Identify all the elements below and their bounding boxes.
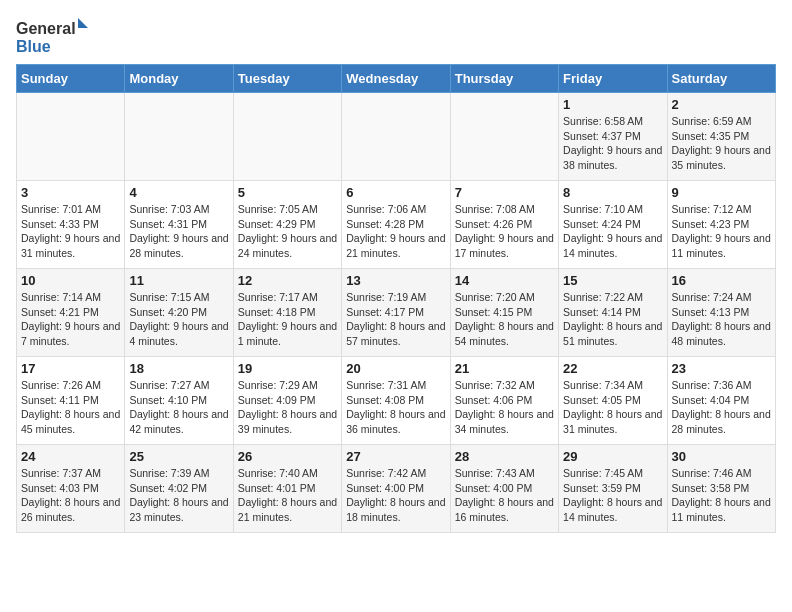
day-info: Sunrise: 7:26 AM Sunset: 4:11 PM Dayligh… <box>21 378 120 437</box>
day-number: 27 <box>346 449 445 464</box>
calendar-cell: 21Sunrise: 7:32 AM Sunset: 4:06 PM Dayli… <box>450 357 558 445</box>
day-number: 10 <box>21 273 120 288</box>
day-number: 3 <box>21 185 120 200</box>
day-info: Sunrise: 7:24 AM Sunset: 4:13 PM Dayligh… <box>672 290 771 349</box>
day-number: 5 <box>238 185 337 200</box>
day-number: 24 <box>21 449 120 464</box>
day-number: 9 <box>672 185 771 200</box>
day-info: Sunrise: 7:29 AM Sunset: 4:09 PM Dayligh… <box>238 378 337 437</box>
day-number: 4 <box>129 185 228 200</box>
calendar-cell: 25Sunrise: 7:39 AM Sunset: 4:02 PM Dayli… <box>125 445 233 533</box>
week-row-2: 10Sunrise: 7:14 AM Sunset: 4:21 PM Dayli… <box>17 269 776 357</box>
logo-svg: GeneralBlue <box>16 16 96 56</box>
calendar-cell: 11Sunrise: 7:15 AM Sunset: 4:20 PM Dayli… <box>125 269 233 357</box>
calendar-header-row: SundayMondayTuesdayWednesdayThursdayFrid… <box>17 65 776 93</box>
day-info: Sunrise: 7:32 AM Sunset: 4:06 PM Dayligh… <box>455 378 554 437</box>
calendar-cell <box>342 93 450 181</box>
calendar-cell: 29Sunrise: 7:45 AM Sunset: 3:59 PM Dayli… <box>559 445 667 533</box>
svg-marker-2 <box>78 18 88 28</box>
day-number: 30 <box>672 449 771 464</box>
day-info: Sunrise: 7:19 AM Sunset: 4:17 PM Dayligh… <box>346 290 445 349</box>
calendar-cell: 7Sunrise: 7:08 AM Sunset: 4:26 PM Daylig… <box>450 181 558 269</box>
week-row-3: 17Sunrise: 7:26 AM Sunset: 4:11 PM Dayli… <box>17 357 776 445</box>
calendar-cell: 15Sunrise: 7:22 AM Sunset: 4:14 PM Dayli… <box>559 269 667 357</box>
day-info: Sunrise: 7:06 AM Sunset: 4:28 PM Dayligh… <box>346 202 445 261</box>
day-number: 13 <box>346 273 445 288</box>
day-number: 16 <box>672 273 771 288</box>
day-info: Sunrise: 7:37 AM Sunset: 4:03 PM Dayligh… <box>21 466 120 525</box>
calendar-cell <box>17 93 125 181</box>
day-number: 18 <box>129 361 228 376</box>
day-info: Sunrise: 7:42 AM Sunset: 4:00 PM Dayligh… <box>346 466 445 525</box>
day-info: Sunrise: 7:03 AM Sunset: 4:31 PM Dayligh… <box>129 202 228 261</box>
day-header-thursday: Thursday <box>450 65 558 93</box>
day-info: Sunrise: 7:22 AM Sunset: 4:14 PM Dayligh… <box>563 290 662 349</box>
day-header-wednesday: Wednesday <box>342 65 450 93</box>
calendar-cell: 24Sunrise: 7:37 AM Sunset: 4:03 PM Dayli… <box>17 445 125 533</box>
svg-text:General: General <box>16 20 76 37</box>
day-info: Sunrise: 7:10 AM Sunset: 4:24 PM Dayligh… <box>563 202 662 261</box>
calendar-cell <box>233 93 341 181</box>
logo: GeneralBlue <box>16 16 96 56</box>
day-header-sunday: Sunday <box>17 65 125 93</box>
day-info: Sunrise: 7:05 AM Sunset: 4:29 PM Dayligh… <box>238 202 337 261</box>
day-info: Sunrise: 7:34 AM Sunset: 4:05 PM Dayligh… <box>563 378 662 437</box>
calendar-cell: 14Sunrise: 7:20 AM Sunset: 4:15 PM Dayli… <box>450 269 558 357</box>
calendar-cell: 16Sunrise: 7:24 AM Sunset: 4:13 PM Dayli… <box>667 269 775 357</box>
calendar-cell: 23Sunrise: 7:36 AM Sunset: 4:04 PM Dayli… <box>667 357 775 445</box>
day-info: Sunrise: 7:12 AM Sunset: 4:23 PM Dayligh… <box>672 202 771 261</box>
day-number: 7 <box>455 185 554 200</box>
day-info: Sunrise: 7:39 AM Sunset: 4:02 PM Dayligh… <box>129 466 228 525</box>
day-number: 23 <box>672 361 771 376</box>
calendar-cell: 4Sunrise: 7:03 AM Sunset: 4:31 PM Daylig… <box>125 181 233 269</box>
day-info: Sunrise: 6:58 AM Sunset: 4:37 PM Dayligh… <box>563 114 662 173</box>
calendar-cell: 17Sunrise: 7:26 AM Sunset: 4:11 PM Dayli… <box>17 357 125 445</box>
calendar-cell: 6Sunrise: 7:06 AM Sunset: 4:28 PM Daylig… <box>342 181 450 269</box>
day-header-friday: Friday <box>559 65 667 93</box>
day-number: 25 <box>129 449 228 464</box>
day-number: 12 <box>238 273 337 288</box>
day-info: Sunrise: 7:17 AM Sunset: 4:18 PM Dayligh… <box>238 290 337 349</box>
day-number: 29 <box>563 449 662 464</box>
calendar-cell <box>125 93 233 181</box>
week-row-1: 3Sunrise: 7:01 AM Sunset: 4:33 PM Daylig… <box>17 181 776 269</box>
calendar-cell: 13Sunrise: 7:19 AM Sunset: 4:17 PM Dayli… <box>342 269 450 357</box>
day-number: 15 <box>563 273 662 288</box>
header: GeneralBlue <box>16 16 776 56</box>
day-info: Sunrise: 7:01 AM Sunset: 4:33 PM Dayligh… <box>21 202 120 261</box>
day-number: 2 <box>672 97 771 112</box>
day-number: 8 <box>563 185 662 200</box>
day-info: Sunrise: 7:36 AM Sunset: 4:04 PM Dayligh… <box>672 378 771 437</box>
calendar-cell: 8Sunrise: 7:10 AM Sunset: 4:24 PM Daylig… <box>559 181 667 269</box>
calendar-cell: 1Sunrise: 6:58 AM Sunset: 4:37 PM Daylig… <box>559 93 667 181</box>
day-info: Sunrise: 7:45 AM Sunset: 3:59 PM Dayligh… <box>563 466 662 525</box>
day-info: Sunrise: 7:31 AM Sunset: 4:08 PM Dayligh… <box>346 378 445 437</box>
day-number: 22 <box>563 361 662 376</box>
calendar-cell: 27Sunrise: 7:42 AM Sunset: 4:00 PM Dayli… <box>342 445 450 533</box>
day-info: Sunrise: 6:59 AM Sunset: 4:35 PM Dayligh… <box>672 114 771 173</box>
day-number: 20 <box>346 361 445 376</box>
week-row-0: 1Sunrise: 6:58 AM Sunset: 4:37 PM Daylig… <box>17 93 776 181</box>
calendar-cell: 9Sunrise: 7:12 AM Sunset: 4:23 PM Daylig… <box>667 181 775 269</box>
day-number: 26 <box>238 449 337 464</box>
calendar-cell <box>450 93 558 181</box>
day-number: 1 <box>563 97 662 112</box>
calendar-cell: 3Sunrise: 7:01 AM Sunset: 4:33 PM Daylig… <box>17 181 125 269</box>
day-info: Sunrise: 7:15 AM Sunset: 4:20 PM Dayligh… <box>129 290 228 349</box>
day-number: 28 <box>455 449 554 464</box>
day-number: 14 <box>455 273 554 288</box>
day-header-monday: Monday <box>125 65 233 93</box>
day-number: 19 <box>238 361 337 376</box>
day-number: 21 <box>455 361 554 376</box>
day-info: Sunrise: 7:27 AM Sunset: 4:10 PM Dayligh… <box>129 378 228 437</box>
day-header-tuesday: Tuesday <box>233 65 341 93</box>
calendar-cell: 12Sunrise: 7:17 AM Sunset: 4:18 PM Dayli… <box>233 269 341 357</box>
day-number: 17 <box>21 361 120 376</box>
day-info: Sunrise: 7:40 AM Sunset: 4:01 PM Dayligh… <box>238 466 337 525</box>
calendar-cell: 2Sunrise: 6:59 AM Sunset: 4:35 PM Daylig… <box>667 93 775 181</box>
calendar-cell: 30Sunrise: 7:46 AM Sunset: 3:58 PM Dayli… <box>667 445 775 533</box>
svg-text:Blue: Blue <box>16 38 51 55</box>
calendar-cell: 19Sunrise: 7:29 AM Sunset: 4:09 PM Dayli… <box>233 357 341 445</box>
calendar-cell: 20Sunrise: 7:31 AM Sunset: 4:08 PM Dayli… <box>342 357 450 445</box>
day-info: Sunrise: 7:43 AM Sunset: 4:00 PM Dayligh… <box>455 466 554 525</box>
